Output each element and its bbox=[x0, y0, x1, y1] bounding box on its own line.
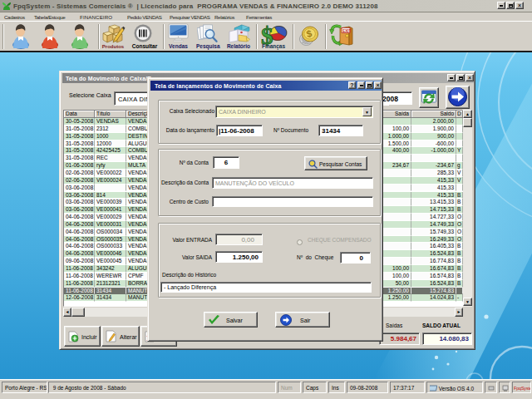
svg-text:EXIT: EXIT bbox=[342, 29, 351, 33]
